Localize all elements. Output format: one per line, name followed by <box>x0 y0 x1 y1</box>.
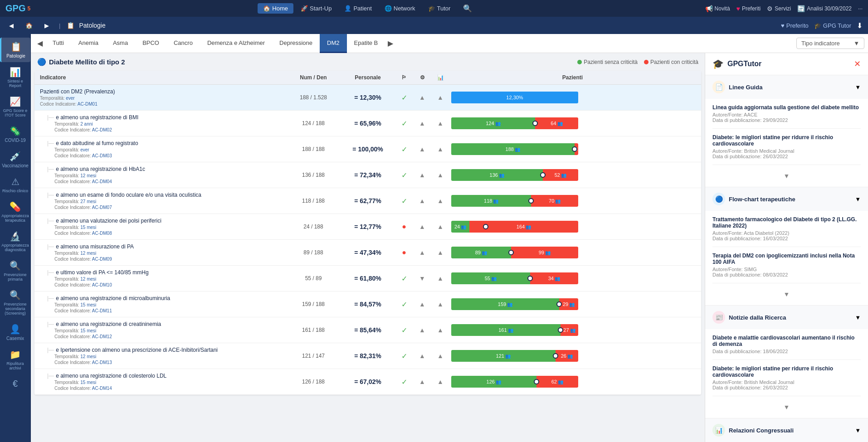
prevenzione-prim-icon: 🔍 <box>10 260 21 271</box>
tutor-section-flow: 🔵 Flow-chart terapeutiche ▼ Trattamento … <box>705 187 868 306</box>
tab-tutti[interactable]: Tutti <box>45 34 71 53</box>
home-nav-button[interactable]: 🏠 <box>22 20 36 31</box>
header-flag2: ⚙ <box>413 74 431 81</box>
status-icon: ● <box>395 223 413 231</box>
sidebar-item-rischio[interactable]: ⚠ Rischio clinico <box>0 173 30 197</box>
show-more-flow[interactable]: ▼ <box>712 289 861 300</box>
arrow2-icon: ▲ <box>431 171 449 179</box>
status-icon: ✓ <box>395 171 413 180</box>
tab-asma[interactable]: Asma <box>106 34 135 53</box>
tab-dm2[interactable]: DM2 <box>320 34 346 53</box>
tab-cancro[interactable]: Cancro <box>166 34 200 53</box>
legend-red: Pazienti con criticità <box>644 59 698 65</box>
appropriatezza-diag-icon: 🔬 <box>10 231 21 242</box>
sidebar-item-vaccinazione[interactable]: 💉 Vaccinazione <box>0 147 30 172</box>
arrow2-icon: ▲ <box>431 197 449 204</box>
arrow1-icon: ▲ <box>413 94 431 101</box>
patient-bar: 121 👥 26 👥 <box>449 350 696 362</box>
tutor-section-relazioni-title: 📊 Relazioni Congressuali <box>712 424 794 437</box>
patient-bar: 161 👥 27 👥 <box>449 324 696 336</box>
sidebar-item-patologie[interactable]: 📋 Patologie <box>0 38 30 62</box>
sidebar-item-casemix[interactable]: 👤 Casemix <box>0 320 30 345</box>
tipo-indicatore-dropdown[interactable]: Tipo indicatore ▼ <box>796 38 864 49</box>
arrow1-icon: ▲ <box>413 197 431 204</box>
nav-network[interactable]: 🌐 Network <box>379 3 421 14</box>
tutor-entry: Diabete: le migliori statine per ridurre… <box>712 365 861 396</box>
tutor-section-flow-title: 🔵 Flow-chart terapeutiche <box>712 193 795 205</box>
legend-red-dot <box>644 60 649 64</box>
nav-startup[interactable]: 🚀 Start-Up <box>295 3 337 14</box>
tab-epatiteb[interactable]: Epatite B <box>347 34 385 53</box>
data-table: Indicatore Num / Den Personale 🏳 ⚙ 📊 Paz… <box>34 71 701 395</box>
linee-icon: 📄 <box>712 81 725 93</box>
arrow2-icon: ▲ <box>431 378 449 385</box>
dropdown-chevron-icon: ▼ <box>853 40 859 47</box>
table-row: |—e almeno una misurazione di PA Tempora… <box>34 240 701 266</box>
patient-bar: 159 👥 29 👥 <box>449 298 696 310</box>
analisi-button[interactable]: 🔄Analisi 30/09/2022 <box>797 5 852 12</box>
arrow1-icon: ▲ <box>413 120 431 127</box>
tutor-close-button[interactable]: ✕ <box>854 59 861 69</box>
gpg-tutor-button[interactable]: 🎓 GPG Tutor <box>814 22 851 29</box>
sidebar-item-appropriatezza-ter[interactable]: 💊 Appropriatezza terapeutica <box>0 198 30 226</box>
more-button[interactable]: ··· <box>858 5 863 12</box>
tutor-section-relazioni-header[interactable]: 📊 Relazioni Congressuali ▼ <box>705 418 868 442</box>
arrow2-icon: ▲ <box>431 301 449 308</box>
status-icon: ✓ <box>395 119 413 128</box>
tutor-header: 🎓 GPGTutor ✕ <box>705 53 868 75</box>
status-icon: ✓ <box>395 197 413 205</box>
tutor-section-flow-header[interactable]: 🔵 Flow-chart terapeutiche ▼ <box>705 187 868 211</box>
sidebar-item-prevenzione-prim[interactable]: 🔍 Prevenzione primaria <box>0 257 30 285</box>
tutor-section-linee-header[interactable]: 📄 Linee Guida ▼ <box>705 75 868 99</box>
indicator-cell: |—e almeno una registrazione di BMI Temp… <box>40 114 286 132</box>
table-header: Indicatore Num / Den Personale 🏳 ⚙ 📊 Paz… <box>34 71 701 85</box>
section-expand-icon: ▼ <box>855 84 861 91</box>
arrow2-icon: ▲ <box>431 146 449 153</box>
preferito-button[interactable]: ♥ Preferito <box>781 22 809 29</box>
sidebar-item-sintesi[interactable]: 📊 Sintesi e Report <box>0 63 30 92</box>
preferiti-button[interactable]: ♥Preferiti <box>736 5 761 12</box>
search-button[interactable]: 🔍 <box>458 2 478 15</box>
nav-tutor[interactable]: 🎓 Tutor <box>423 3 456 14</box>
arrow2-icon: ▲ <box>431 352 449 359</box>
show-more-linee[interactable]: ▼ <box>712 170 861 181</box>
main-nav: 🏠 Home 🚀 Start-Up 👤 Patient 🌐 Network 🎓 … <box>258 2 478 15</box>
tab-depressione[interactable]: Depressione <box>272 34 320 53</box>
patient-bar: 136 👥 52 👥 <box>449 169 696 181</box>
sidebar-item-appropriatezza-diag[interactable]: 🔬 Appropriatezza diagnostica <box>0 227 30 256</box>
main-content: 🔵 Diabete Mellito di tipo 2 Pazienti sen… <box>31 53 868 442</box>
servizi-button[interactable]: ⚙Servizi <box>767 5 791 12</box>
table-row: |—e almeno una valutazione dei polsi per… <box>34 214 701 240</box>
arrow1-icon: ▲ <box>413 378 431 385</box>
tab-anemia[interactable]: Anemia <box>71 34 106 53</box>
prefix: = <box>354 94 360 101</box>
back-button[interactable]: ◀ <box>5 20 17 31</box>
status-icon: ✓ <box>395 274 413 283</box>
tab-forward-button[interactable]: ▶ <box>385 39 396 48</box>
arrow1-icon: ▲ <box>413 223 431 230</box>
tab-back-button[interactable]: ◀ <box>34 39 45 48</box>
section-expand-icon: ▼ <box>855 314 861 321</box>
sidebar-item-prevenzione-sec[interactable]: 🔍 Prevenzione secondaria (Screening) <box>0 286 30 319</box>
sidebar-item-archivi[interactable]: 📁 Ripulitura archivi <box>0 345 30 374</box>
forward-button[interactable]: ▶ <box>41 20 53 31</box>
download-button[interactable]: ⬇ <box>857 21 863 30</box>
table-row: |—e Ipertensione con almeno una prescriz… <box>34 343 701 369</box>
tutor-section-notizie-header[interactable]: 📰 Notizie dalla Ricerca ▼ <box>705 306 868 329</box>
tab-demenza[interactable]: Demenza e Alzheimer <box>200 34 272 53</box>
table-row: |—e almeno una registrazione di HbA1c Te… <box>34 162 701 188</box>
show-more-notizie[interactable]: ▼ <box>712 402 861 413</box>
table-row: |—e dato abitudine al fumo registrato Te… <box>34 136 701 162</box>
tab-bpco[interactable]: BPCO <box>135 34 166 53</box>
novita-button[interactable]: 📢Novità <box>705 5 730 12</box>
nav-patient[interactable]: 👤 Patient <box>339 3 377 14</box>
table-row: |—e almeno una registrazione di creatini… <box>34 317 701 343</box>
sidebar-item-gpgscore[interactable]: 📈 GPG Score e ITOT Score <box>0 92 30 121</box>
tutor-section-linee: 📄 Linee Guida ▼ Linea guida aggiornata s… <box>705 75 868 187</box>
page-title: 🔵 Diabete Mellito di tipo 2 <box>37 58 125 66</box>
nav-home[interactable]: 🏠 Home <box>258 3 293 14</box>
vaccinazione-icon: 💉 <box>10 151 21 162</box>
sidebar-item-covid[interactable]: 🦠 COVID-19 <box>0 122 30 146</box>
sidebar-item-euro[interactable]: € <box>0 375 30 393</box>
table-row: |—e almeno un esame di fondo oculare e/o… <box>34 188 701 214</box>
